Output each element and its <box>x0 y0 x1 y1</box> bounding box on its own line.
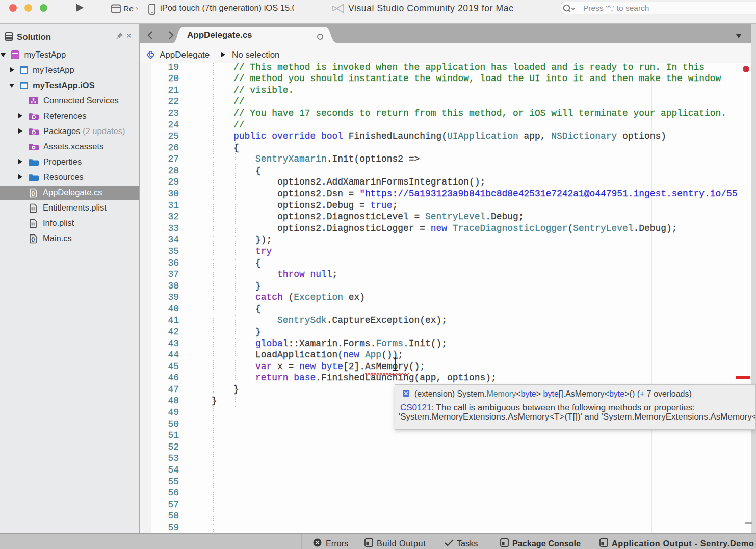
svg-text:{}: {} <box>31 237 35 242</box>
svg-text:C: C <box>149 51 153 58</box>
svg-text:{}: {} <box>31 191 35 196</box>
